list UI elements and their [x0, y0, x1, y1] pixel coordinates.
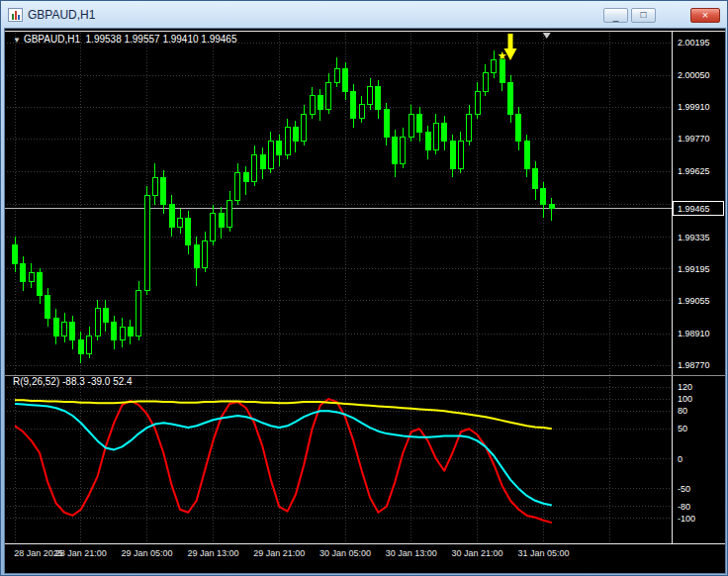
candle — [252, 154, 257, 181]
svg-text:28 Jan 21:00: 28 Jan 21:00 — [55, 548, 107, 558]
candle — [144, 195, 149, 290]
chart-shift-marker[interactable] — [543, 33, 551, 39]
candle — [492, 59, 497, 73]
minimize-icon: _ — [613, 12, 619, 22]
window-title: GBPAUD,H1 — [28, 8, 95, 22]
candle — [516, 114, 521, 141]
svg-text:120: 120 — [678, 382, 692, 392]
candle — [194, 245, 199, 268]
candle — [38, 272, 43, 295]
svg-text:29 Jan 21:00: 29 Jan 21:00 — [253, 548, 305, 558]
candle — [433, 123, 438, 149]
candle — [458, 142, 463, 168]
svg-text:1.98770: 1.98770 — [678, 360, 710, 370]
candle — [549, 205, 554, 208]
candle — [376, 87, 381, 110]
candle — [219, 214, 224, 228]
indicator-axis[interactable]: 12010080500-50-80-100 — [678, 382, 695, 524]
chart-canvas[interactable]: ★2.001952.000501.999101.997701.996251.99… — [5, 29, 725, 573]
close-icon: × — [702, 10, 708, 21]
candle — [277, 142, 282, 155]
candle — [293, 128, 298, 142]
svg-text:1.99195: 1.99195 — [678, 264, 710, 274]
svg-text:0: 0 — [678, 454, 682, 464]
candles-group — [13, 50, 555, 363]
candle — [136, 291, 141, 336]
ohlc-values: 1.99538 1.99557 1.99410 1.99465 — [86, 34, 237, 45]
maximize-button[interactable]: □ — [631, 8, 656, 23]
collapse-arrow-icon[interactable]: ▼ — [13, 36, 21, 45]
candle — [169, 205, 174, 228]
candle — [425, 132, 430, 149]
indicator-lines — [15, 399, 552, 523]
candle — [70, 323, 75, 340]
star-icon[interactable]: ★ — [498, 49, 507, 61]
candle — [128, 327, 133, 336]
candle — [211, 214, 216, 240]
svg-text:29 Jan 05:00: 29 Jan 05:00 — [122, 548, 173, 558]
candle — [334, 68, 339, 82]
app-icon — [8, 8, 23, 22]
candle — [103, 309, 108, 323]
candle — [401, 137, 406, 163]
indicator-label: R(9,26,52) -88.3 -39.0 52.4 — [13, 376, 133, 387]
candle — [53, 318, 58, 336]
svg-text:2.00050: 2.00050 — [678, 70, 710, 80]
svg-text:1.98910: 1.98910 — [678, 329, 710, 338]
indicator-values: -88.3 -39.0 52.4 — [62, 376, 133, 387]
candle — [268, 142, 273, 168]
window-controls: _ □ × — [603, 8, 720, 23]
close-button[interactable]: × — [690, 8, 720, 23]
grid — [7, 33, 672, 543]
svg-text:50: 50 — [678, 424, 687, 433]
candle — [152, 177, 157, 195]
time-axis[interactable]: 28 Jan 202528 Jan 21:0029 Jan 05:0029 Ja… — [14, 548, 569, 558]
candle — [475, 91, 480, 114]
svg-text:30 Jan 21:00: 30 Jan 21:00 — [452, 548, 503, 558]
candle — [95, 309, 100, 336]
candle — [533, 168, 538, 189]
app-window: GBPAUD,H1 _ □ × ★2.001952.000501.999101.… — [0, 0, 728, 576]
candle — [359, 105, 364, 119]
svg-text:1.99055: 1.99055 — [678, 296, 710, 306]
candle — [393, 137, 398, 163]
svg-text:29 Jan 13:00: 29 Jan 13:00 — [187, 548, 238, 558]
candle — [508, 82, 513, 114]
svg-text:100: 100 — [678, 394, 692, 404]
svg-text:31 Jan 05:00: 31 Jan 05:00 — [517, 548, 569, 558]
candle — [483, 73, 488, 91]
candle — [203, 240, 208, 267]
svg-text:-100: -100 — [678, 514, 695, 524]
frame-lines — [5, 31, 725, 543]
candle — [343, 68, 348, 91]
candle — [500, 59, 504, 82]
minimize-button[interactable]: _ — [603, 8, 628, 23]
svg-text:1.99465: 1.99465 — [678, 204, 710, 214]
candle — [62, 323, 67, 336]
candle — [21, 263, 26, 281]
title-bar[interactable]: GBPAUD,H1 _ □ × — [2, 2, 726, 28]
indicator-line-signal-slow — [15, 400, 552, 429]
svg-text:2.00195: 2.00195 — [678, 38, 710, 48]
candle — [285, 128, 290, 154]
current-price-tag: 1.99465 — [673, 201, 723, 215]
candle — [161, 177, 166, 204]
svg-text:1.99625: 1.99625 — [678, 166, 710, 176]
candle — [186, 218, 191, 244]
chart-window[interactable]: ★2.001952.000501.999101.997701.996251.99… — [5, 29, 725, 573]
candle — [120, 327, 125, 340]
indicator-name: R(9,26,52) — [13, 376, 59, 387]
svg-text:-80: -80 — [678, 502, 690, 512]
candle — [417, 114, 422, 132]
indicator-line-signal-fast — [15, 399, 552, 523]
candle — [29, 272, 34, 281]
candle — [351, 91, 356, 118]
candle — [243, 173, 248, 182]
candle — [524, 142, 529, 168]
svg-text:1.99770: 1.99770 — [678, 134, 710, 144]
candle — [78, 340, 83, 354]
candle — [112, 323, 117, 340]
candle — [326, 82, 331, 109]
candle — [178, 218, 183, 227]
candle — [467, 114, 472, 141]
